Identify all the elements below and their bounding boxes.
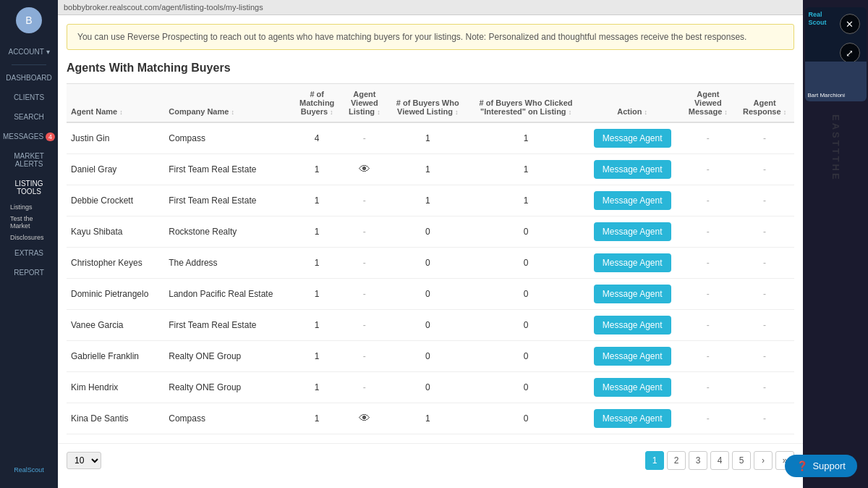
page-btn-2[interactable]: 2 <box>667 451 686 470</box>
message-agent-button[interactable]: Message Agent <box>594 191 671 210</box>
table-row: Justin Gin Compass 4 - 1 1 Message Agent… <box>67 122 794 154</box>
cell-company: First Team Real Estate <box>164 185 292 216</box>
pagination: 1 2 3 4 5 › » <box>645 451 794 470</box>
cell-buyers-clicked: 1 <box>468 154 584 185</box>
cell-agent-viewed-msg: - <box>681 372 735 403</box>
col-buyers-clicked[interactable]: # of Buyers Who Clicked"Interested" on L… <box>468 84 584 123</box>
sidebar-item-report[interactable]: REPORT <box>0 263 58 282</box>
message-agent-button[interactable]: Message Agent <box>594 347 671 366</box>
col-agent-viewed-listing[interactable]: AgentViewedListing ↕ <box>341 84 387 123</box>
cell-agent-viewed: 👁 <box>341 154 387 185</box>
cell-agent-name: Christopher Keyes <box>67 248 164 279</box>
cell-agent-viewed-msg: - <box>681 216 735 248</box>
table-footer: 10 25 50 1 2 3 4 5 › » <box>58 443 803 477</box>
cell-buyers-viewed: 1 <box>387 403 468 434</box>
sidebar-subitem-listings[interactable]: Listings <box>6 201 58 213</box>
message-agent-button[interactable]: Message Agent <box>594 129 671 148</box>
sidebar-item-messages[interactable]: MESSAGES 4 <box>0 127 58 146</box>
per-page-select[interactable]: 10 25 50 <box>67 452 101 469</box>
support-label: Support <box>812 460 846 471</box>
sidebar-subitem-test-market[interactable]: Test the Market <box>6 213 58 232</box>
cell-buyers-viewed: 0 <box>387 248 468 279</box>
support-button[interactable]: ❓ Support <box>785 455 857 477</box>
col-agent-response[interactable]: AgentResponse ↕ <box>735 84 794 123</box>
expand-btn[interactable]: ⤢ <box>840 43 860 63</box>
message-agent-button[interactable]: Message Agent <box>594 409 671 428</box>
page-btn-3[interactable]: 3 <box>689 451 707 470</box>
cell-agent-viewed: 👁 <box>341 403 387 434</box>
cell-action: Message Agent <box>584 122 681 154</box>
page-btn-1[interactable]: 1 <box>645 451 664 470</box>
cell-action: Message Agent <box>584 154 681 185</box>
col-agent-name[interactable]: Agent Name ↕ <box>67 84 164 123</box>
user-avatar[interactable]: B <box>16 7 42 33</box>
overlay-watermark: EASTTTHE <box>830 114 841 182</box>
message-agent-button[interactable]: Message Agent <box>594 253 671 272</box>
col-company-name[interactable]: Company Name ↕ <box>164 84 292 123</box>
message-agent-button[interactable]: Message Agent <box>594 316 671 335</box>
cell-matching-buyers: 4 <box>292 122 341 154</box>
cell-agent-viewed-msg: - <box>681 310 735 341</box>
message-agent-button[interactable]: Message Agent <box>594 160 671 179</box>
cell-matching-buyers: 1 <box>292 185 341 216</box>
cell-agent-viewed-msg: - <box>681 154 735 185</box>
cell-agent-name: Vanee Garcia <box>67 310 164 341</box>
cell-buyers-clicked: 0 <box>468 403 584 434</box>
col-agent-viewed-message[interactable]: AgentViewedMessage ↕ <box>681 84 735 123</box>
cell-action: Message Agent <box>584 279 681 310</box>
cell-buyers-clicked: 0 <box>468 279 584 310</box>
cell-matching-buyers: 1 <box>292 403 341 434</box>
table-row: Kim Hendrix Realty ONE Group 1 - 0 0 Mes… <box>67 372 794 403</box>
cell-company: First Team Real Estate <box>164 310 292 341</box>
cell-buyers-viewed: 1 <box>387 154 468 185</box>
col-buyers-viewed[interactable]: # of Buyers WhoViewed Listing ↕ <box>387 84 468 123</box>
col-action[interactable]: Action ↕ <box>584 84 681 123</box>
presenter-name: Bart Marchioni <box>808 92 846 98</box>
cell-action: Message Agent <box>584 403 681 434</box>
sidebar-item-extras[interactable]: EXTRAS <box>0 243 58 263</box>
page-btn-next[interactable]: › <box>754 451 773 470</box>
sidebar-item-account[interactable]: ACCOUNT ▾ <box>0 42 58 62</box>
main-content: bobbybroker.realscout.com/agent/listing-… <box>58 0 803 488</box>
cell-buyers-viewed: 0 <box>387 216 468 248</box>
message-agent-button[interactable]: Message Agent <box>594 378 671 397</box>
page-btn-4[interactable]: 4 <box>710 451 729 470</box>
close-btn[interactable]: ✕ <box>840 14 860 34</box>
cell-buyers-viewed: 0 <box>387 341 468 372</box>
sidebar-item-search[interactable]: SEARCH <box>0 107 58 127</box>
dash: - <box>363 289 366 299</box>
sidebar-item-market-alerts[interactable]: MARKET ALERTS <box>0 146 58 174</box>
sidebar-item-dashboard[interactable]: DASHBOARD <box>0 68 58 88</box>
cell-company: Realty ONE Group <box>164 372 292 403</box>
cell-agent-viewed-msg: - <box>681 403 735 434</box>
page-btn-5[interactable]: 5 <box>732 451 751 470</box>
sidebar-item-listing-tools[interactable]: LISTING TOOLS <box>0 174 58 201</box>
table-row: Kayu Shibata Rockstone Realty 1 - 0 0 Me… <box>67 216 794 248</box>
sidebar-subitem-disclosures[interactable]: Disclosures <box>6 232 58 243</box>
sidebar-item-clients[interactable]: CLIENTS <box>0 88 58 107</box>
browser-url: bobbybroker.realscout.com/agent/listing-… <box>64 3 263 12</box>
message-agent-button[interactable]: Message Agent <box>594 222 671 241</box>
cell-matching-buyers: 1 <box>292 310 341 341</box>
cell-agent-response: - <box>735 403 794 434</box>
cell-agent-response: - <box>735 154 794 185</box>
video-logo-text: RealScout <box>809 11 827 27</box>
cell-agent-response: - <box>735 185 794 216</box>
cell-agent-viewed-msg: - <box>681 341 735 372</box>
cell-buyers-clicked: 0 <box>468 310 584 341</box>
cell-agent-name: Kina De Santis <box>67 403 164 434</box>
cell-buyers-viewed: 0 <box>387 310 468 341</box>
video-panel: ✕ ⤢ RealScout Bart Marchioni EASTTTHE <box>803 0 868 488</box>
cell-agent-viewed: - <box>341 310 387 341</box>
cell-agent-response: - <box>735 279 794 310</box>
cell-buyers-clicked: 0 <box>468 341 584 372</box>
browser-bar: bobbybroker.realscout.com/agent/listing-… <box>58 0 803 15</box>
cell-agent-viewed: - <box>341 341 387 372</box>
col-matching-buyers[interactable]: # ofMatchingBuyers ↕ <box>292 84 341 123</box>
message-agent-button[interactable]: Message Agent <box>594 285 671 303</box>
cell-matching-buyers: 1 <box>292 154 341 185</box>
cell-action: Message Agent <box>584 372 681 403</box>
table-row: Christopher Keyes The Address 1 - 0 0 Me… <box>67 248 794 279</box>
cell-buyers-clicked: 0 <box>468 216 584 248</box>
sidebar-bottom: RealScout <box>10 463 48 488</box>
